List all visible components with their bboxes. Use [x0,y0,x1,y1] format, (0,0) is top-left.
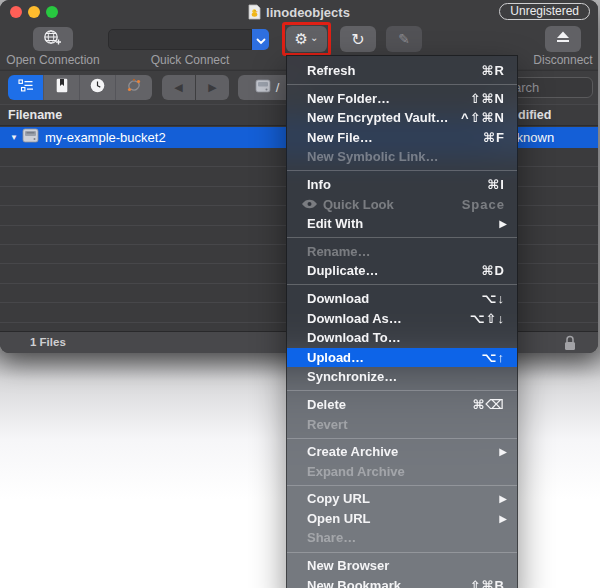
menu-item-label: Download To… [307,328,505,348]
chevron-down-icon [256,31,266,49]
menu-item-delete[interactable]: Delete⌘⌫ [287,395,517,415]
menu-item-label: Download [307,289,470,309]
menu-item-shortcut: ⌥⇧↓ [470,309,505,329]
menu-item-shortcut: ⌘R [482,61,505,81]
menu-separator [287,84,517,85]
bucket-drive-icon [22,128,39,147]
menu-item-shortcut: ⌘F [483,128,505,148]
forward-arrow-icon: ▶ [208,81,216,94]
menu-item-download-as[interactable]: Download As…⌥⇧↓ [287,309,517,329]
menu-item-shortcut: ⌥↓ [482,289,505,309]
back-button[interactable]: ◀ [162,75,195,100]
bookmark-icon [56,78,68,97]
menu-item-copy-url[interactable]: Copy URL▶ [287,489,517,509]
outline-view-segment[interactable] [8,75,44,100]
menu-item-shortcut: ^⇧⌘N [461,108,505,128]
menu-item-label: New Encrypted Vault… [307,108,449,128]
menu-item-label: New Browser [307,556,505,576]
menu-item-label: Create Archive [307,442,499,462]
menu-item-label: Synchronize… [307,367,505,387]
menu-item-new-bookmark[interactable]: New Bookmark⇧⌘B [287,576,517,588]
gear-icon: ⚙ [295,30,308,48]
menu-item-quick-look: Quick LookSpace [287,195,517,215]
title-bar: linodeobjects Unregistered [0,0,598,24]
disconnect-button[interactable] [545,26,581,52]
menu-item-shortcut: ⌘D [482,261,505,281]
menu-item-shortcut: Space [462,195,505,215]
menu-item-shortcut: ⌘I [487,175,505,195]
menu-item-label: Revert [307,415,505,435]
pencil-icon: ✎ [398,31,410,47]
drive-icon [255,79,271,96]
edit-button[interactable]: ✎ [386,26,422,52]
menu-item-rename: Rename… [287,242,517,262]
action-menu: Refresh⌘RNew Folder…⇧⌘NNew Encrypted Vau… [286,55,518,588]
menu-item-revert: Revert [287,415,517,435]
menu-item-edit-with[interactable]: Edit With▶ [287,214,517,234]
unregistered-badge[interactable]: Unregistered [499,3,590,20]
forward-button[interactable]: ▶ [196,75,229,100]
menu-item-shortcut: ⌘⌫ [473,395,505,415]
column-header-filename[interactable]: Filename [8,108,62,122]
menu-item-label: Rename… [307,242,505,262]
menu-item-label: New Folder… [307,89,458,109]
globe-plus-icon [42,29,64,50]
menu-item-label: Duplicate… [307,261,470,281]
menu-item-create-archive[interactable]: Create Archive▶ [287,442,517,462]
action-gear-button[interactable]: ⚙⌄ [286,26,327,52]
lock-icon [563,335,577,353]
quick-connect-input[interactable] [108,29,252,50]
menu-item-duplicate[interactable]: Duplicate…⌘D [287,261,517,281]
bucket-name: my-example-bucket2 [45,130,166,145]
menu-item-new-folder[interactable]: New Folder…⇧⌘N [287,89,517,109]
menu-item-shortcut: ⌥↑ [482,348,505,368]
clock-icon [90,78,105,97]
menu-item-download[interactable]: Download⌥↓ [287,289,517,309]
menu-item-label: Quick Look [323,195,450,215]
menu-item-label: Edit With [307,214,499,234]
open-connection-label: Open Connection [0,53,106,67]
refresh-button[interactable]: ↻ [340,26,376,52]
menu-item-upload[interactable]: Upload…⌥↑ [287,348,517,368]
path-label: / [276,80,280,95]
menu-item-label: Info [307,175,475,195]
menu-item-refresh[interactable]: Refresh⌘R [287,61,517,81]
menu-item-new-file[interactable]: New File…⌘F [287,128,517,148]
menu-item-new-symbolic-link: New Symbolic Link… [287,147,517,167]
bonjour-sync-icon [126,78,142,97]
menu-item-label: Refresh [307,61,470,81]
submenu-arrow-icon: ▶ [499,214,507,234]
menu-item-info[interactable]: Info⌘I [287,175,517,195]
submenu-arrow-icon: ▶ [499,489,507,509]
disclosure-triangle-icon[interactable]: ▼ [10,133,22,142]
menu-separator [287,237,517,238]
open-connection-button[interactable] [33,27,73,51]
menu-separator [287,284,517,285]
menu-item-label: Upload… [307,348,470,368]
eject-icon [554,30,572,48]
menu-item-synchronize[interactable]: Synchronize… [287,367,517,387]
menu-item-label: New File… [307,128,471,148]
menu-item-share: Share… [287,528,517,548]
menu-item-open-url[interactable]: Open URL▶ [287,509,517,529]
menu-item-shortcut: ⇧⌘N [470,89,505,109]
window-title: linodeobjects [266,5,350,20]
menu-item-label: Copy URL [307,489,499,509]
disconnect-label: Disconnect [518,53,598,67]
menu-item-label: Delete [307,395,461,415]
menu-item-label: Expand Archive [307,462,505,482]
files-count: 1 Files [30,336,66,348]
menu-item-shortcut: ⇧⌘B [470,576,505,588]
menu-separator [287,170,517,171]
menu-item-download-to[interactable]: Download To… [287,328,517,348]
bonjour-segment[interactable] [116,75,152,100]
menu-item-label: New Symbolic Link… [307,147,505,167]
menu-item-new-browser[interactable]: New Browser [287,556,517,576]
menu-item-new-encrypted-vault[interactable]: New Encrypted Vault…^⇧⌘N [287,108,517,128]
menu-item-label: Download As… [307,309,458,329]
menu-item-label: Open URL [307,509,499,529]
history-segment[interactable] [80,75,116,100]
bookmarks-segment[interactable] [44,75,80,100]
quick-connect-dropdown-button[interactable] [252,29,269,50]
outline-list-icon [18,79,34,97]
